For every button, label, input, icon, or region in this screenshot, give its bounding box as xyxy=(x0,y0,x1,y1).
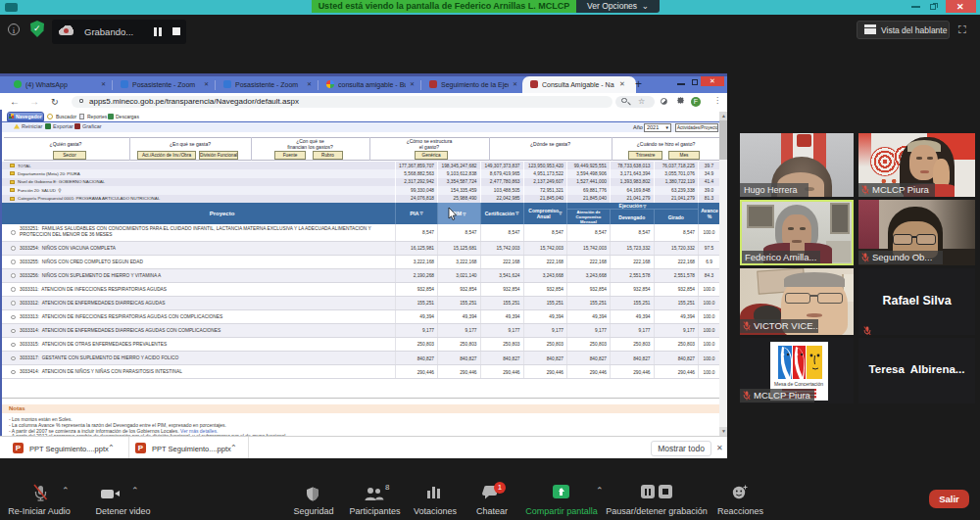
svg-text:Mesa de Concertación: Mesa de Concertación xyxy=(774,381,823,387)
